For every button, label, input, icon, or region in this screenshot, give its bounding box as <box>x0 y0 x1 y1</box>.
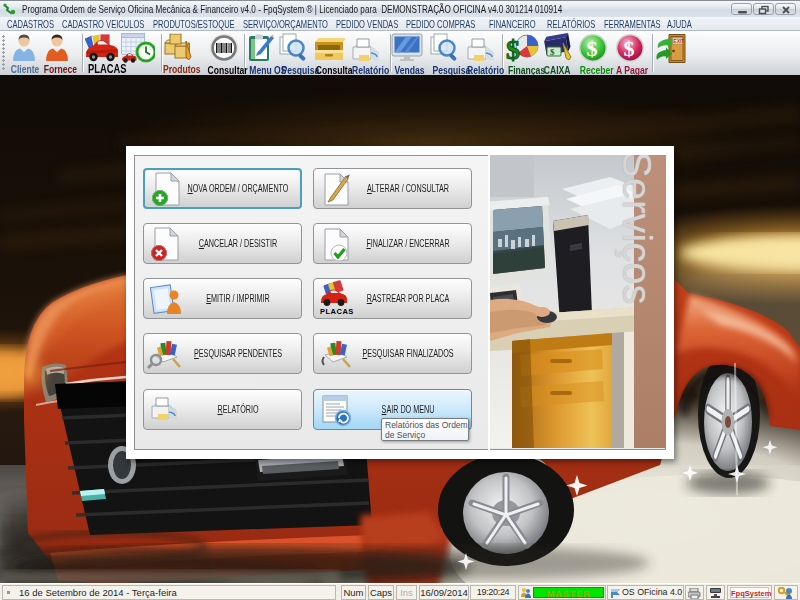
svg-text:$: $ <box>506 34 520 63</box>
svg-text:PLACAS: PLACAS <box>320 307 354 316</box>
svg-text:$: $ <box>587 36 598 61</box>
svg-text:EXIT: EXIT <box>673 38 684 44</box>
svg-text:$: $ <box>550 47 555 57</box>
svg-text:$: $ <box>624 36 635 61</box>
